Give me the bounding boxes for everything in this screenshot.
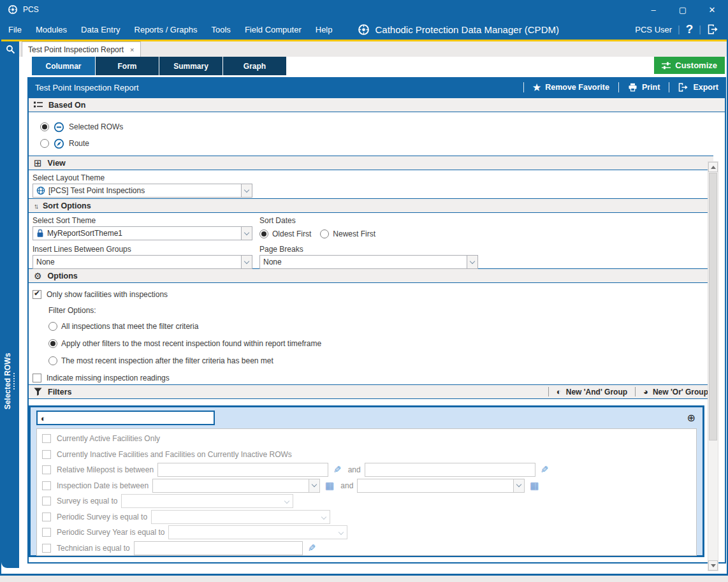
page-breaks-select[interactable]: None [259,255,478,269]
based-on-option-selected-rows[interactable]: Selected ROWs [33,119,721,135]
checkbox[interactable] [42,513,51,521]
print-button[interactable]: Print [628,83,660,92]
checkbox[interactable] [42,481,51,490]
scrollbar-thumb[interactable] [709,173,717,440]
insert-lines-value: None [36,258,55,266]
radio[interactable] [40,122,49,131]
close-button[interactable]: ✕ [697,0,727,19]
chevron-down-icon[interactable] [309,479,319,492]
filter-text-input[interactable] [365,463,535,477]
menu-item-tools[interactable]: Tools [205,19,238,40]
user-label[interactable]: PCS User [635,25,672,34]
window-title: PCS [23,5,39,14]
radio[interactable] [40,139,49,148]
chevron-down-icon[interactable] [467,256,477,268]
chevron-down-icon[interactable] [241,227,252,240]
checkbox[interactable] [42,544,51,553]
indicate-missing-checkbox-row[interactable]: Indicate missing inspection readings [33,370,710,386]
separator [635,387,636,396]
filter-select[interactable] [168,525,347,539]
logout-icon[interactable] [707,24,719,34]
menu-item-reports-graphs[interactable]: Reports / Graphs [127,19,205,40]
calendar-icon[interactable] [325,480,334,491]
filter-text-input[interactable] [157,463,328,477]
insert-lines-select[interactable]: None [33,255,252,269]
checkbox[interactable] [33,374,41,382]
tab-columnar[interactable]: Columnar [32,57,95,75]
customize-button[interactable]: Customize [654,57,725,74]
menu-item-file[interactable]: File [1,19,29,40]
radio[interactable] [48,322,57,331]
minimize-button[interactable]: – [639,0,668,19]
only-show-checkbox-row[interactable]: Only show facilities with inspections [33,287,710,302]
calendar-icon[interactable] [530,480,539,491]
filter-option-radio[interactable]: The most recent inspection after the fil… [48,352,710,369]
section-view[interactable]: View [29,156,713,170]
menu-item-modules[interactable]: Modules [29,19,74,40]
filter-rows-panel: Currently Active Facilities OnlyCurrentl… [36,428,697,556]
filter-group-name-input[interactable] [36,411,215,425]
checkbox[interactable] [42,465,51,474]
filter-label: Survey is equal to [57,497,117,506]
layout-theme-label: Select Layout Theme [33,170,710,184]
menu-item-field-computer[interactable]: Field Computer [238,19,309,40]
checkbox[interactable] [42,528,51,537]
sliders-icon [662,62,671,69]
search-icon[interactable] [1,41,19,57]
view-tab-row: ColumnarFormSummaryGraph Customize [19,57,727,77]
filter-select[interactable] [151,510,330,524]
new-or-group-button[interactable]: New 'Or' Group [643,387,708,396]
layout-theme-select[interactable]: [PCS] Test Point Inspections [33,184,252,198]
tab-close-icon[interactable]: × [130,46,134,54]
plus-circle-icon[interactable] [687,412,695,424]
checkbox[interactable] [33,290,41,299]
checkbox[interactable] [42,497,51,506]
new-and-group-button[interactable]: New 'And' Group [557,387,627,396]
new-or-group-label: New 'Or' Group [653,388,708,396]
sort-theme-select[interactable]: MyReportSortTheme1 [33,226,252,240]
help-button[interactable]: ? [686,22,694,36]
radio[interactable] [48,339,57,348]
maximize-button[interactable]: ▢ [668,0,697,19]
vertical-scrollbar[interactable] [708,161,718,571]
tab-graph[interactable]: Graph [223,57,286,75]
sort-dates-option-newest-first[interactable]: Newest First [320,226,375,242]
menu-item-help[interactable]: Help [309,19,340,40]
filter-option-radio[interactable]: Apply other filters to the most recent i… [48,335,710,352]
filter-option-radio[interactable]: All inspections that meet the filter cri… [48,317,710,335]
section-sort-options[interactable]: Sort Options [29,198,713,213]
menu-item-data-entry[interactable]: Data Entry [74,19,127,40]
tab-test-point-inspection-report[interactable]: Test Point Inspection Report × [22,41,141,57]
pencil-icon[interactable] [333,464,342,476]
checkbox[interactable] [42,434,51,443]
section-based-on[interactable]: Based On [29,98,725,112]
pencil-icon[interactable] [308,542,316,554]
selected-rows-sidebar[interactable]: Selected ROWs [1,57,19,568]
filter-label: Currently Active Facilities Only [57,434,160,443]
section-options[interactable]: Options [29,268,713,283]
menu-bar: FileModulesData EntryReports / GraphsToo… [1,19,727,40]
checkbox[interactable] [42,450,51,459]
section-filters[interactable]: Filters New 'And' Group New 'Or' Group [29,384,713,399]
filter-select[interactable] [121,494,293,508]
filter-text-input[interactable] [134,541,303,555]
chevron-down-icon[interactable] [241,184,252,197]
filter-date-select[interactable] [357,479,525,493]
sort-dates-option-oldest-first[interactable]: Oldest First [259,226,311,242]
scroll-up-button[interactable] [708,162,718,172]
export-button[interactable]: Export [678,83,718,92]
scroll-down-button[interactable] [708,560,718,571]
remove-favorite-button[interactable]: Remove Favorite [533,82,609,92]
radio[interactable] [259,229,268,238]
based-on-option-route[interactable]: Route [33,135,721,152]
title-bar: PCS – ▢ ✕ [1,0,727,19]
tab-summary[interactable]: Summary [159,57,222,75]
section-title: Filters [48,388,72,396]
pencil-icon[interactable] [541,464,549,476]
tab-form[interactable]: Form [96,57,159,75]
radio[interactable] [320,229,329,238]
chevron-down-icon[interactable] [513,479,524,492]
filter-date-select[interactable] [152,479,320,493]
radio[interactable] [48,356,57,365]
chevron-down-icon[interactable] [241,256,252,268]
